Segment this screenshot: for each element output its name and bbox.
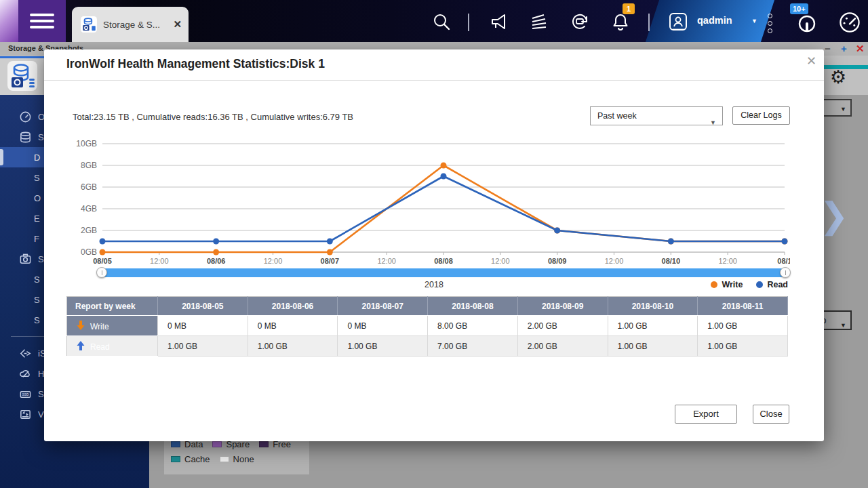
sidebar-item-label: S: [34, 173, 40, 183]
dashboard-gauge-icon[interactable]: [797, 14, 817, 34]
table-cell: 1.00 GB: [608, 336, 698, 357]
chart-legend-write: Write: [711, 280, 743, 289]
export-button[interactable]: Export: [675, 405, 737, 424]
divider: [44, 80, 824, 81]
window-close-button[interactable]: ✕: [856, 43, 865, 55]
svg-text:08/07: 08/07: [321, 257, 340, 265]
period-dropdown-value: Past week: [597, 111, 637, 121]
legend-series-label: Read: [767, 280, 788, 289]
user-avatar-icon[interactable]: [668, 12, 688, 32]
svg-text:12:00: 12:00: [605, 257, 624, 265]
user-caret-icon[interactable]: ▼: [751, 18, 757, 24]
screen: ⚙ ▼ ❯ up▼ OvStDSOEFSnSSSiSHySSDSSVJ Data…: [0, 0, 868, 488]
svg-text:2GB: 2GB: [81, 226, 97, 235]
window-minimize-button[interactable]: −: [825, 43, 831, 54]
line-chart: 0GB2GB4GB6GB8GB10GB08/0512:0008/0612:000…: [64, 136, 790, 268]
period-dropdown[interactable]: Past week ▼: [590, 106, 723, 125]
table-cell: 2.00 GB: [517, 336, 608, 357]
table-date-header: 2018-08-07: [338, 297, 428, 316]
window-maximize-button[interactable]: +: [841, 43, 847, 54]
background-tasks-icon[interactable]: [529, 12, 549, 32]
legend-item-none: None: [220, 454, 254, 464]
tab-label: Storage & S...: [103, 20, 167, 30]
announcement-icon[interactable]: [490, 12, 510, 32]
hamburger-icon: [30, 10, 54, 32]
svg-text:08/08: 08/08: [434, 257, 453, 265]
table-date-header: 2018-08-05: [158, 297, 248, 316]
table-cell: 2.00 GB: [517, 316, 608, 336]
main-menu-button[interactable]: [18, 0, 66, 42]
table-cell: 1.00 GB: [698, 316, 788, 336]
close-button[interactable]: Close: [753, 405, 789, 424]
tab-close-icon[interactable]: ✕: [173, 18, 182, 30]
chevron-down-icon: ▼: [710, 114, 716, 131]
dialog-close-icon[interactable]: ✕: [806, 54, 816, 68]
svg-text:8GB: 8GB: [81, 161, 97, 170]
more-options-icon[interactable]: [765, 11, 774, 36]
svg-text:12:00: 12:00: [264, 257, 283, 265]
table-cell: 7.00 GB: [428, 336, 518, 357]
topbar-separator: [468, 14, 469, 31]
legend-dot-icon: [756, 281, 763, 288]
svg-text:12:00: 12:00: [718, 257, 737, 265]
settings-gear-icon[interactable]: ⚙: [830, 66, 846, 88]
table-cell: 1.00 GB: [248, 336, 338, 357]
table-cell: 8.00 GB: [428, 316, 518, 336]
svg-text:12:00: 12:00: [150, 257, 169, 265]
topbar: Storage & S... ✕ 1 qadmin ▼ 10+: [0, 0, 868, 42]
data-point-write: [100, 249, 106, 256]
svg-text:08/1: 08/1: [777, 257, 790, 265]
snapshot-icon: [19, 253, 32, 266]
notifications-bell-icon[interactable]: [610, 12, 631, 32]
data-point-read: [327, 239, 333, 245]
svg-text:0GB: 0GB: [81, 247, 97, 257]
slider-handle-right[interactable]: [780, 267, 791, 278]
svg-text:08/05: 08/05: [93, 257, 112, 265]
gauge-icon: [19, 110, 32, 123]
chart-svg: 0GB2GB4GB6GB8GB10GB08/0512:0008/0612:000…: [64, 136, 790, 268]
statistics-table: Report by week2018-08-052018-08-062018-0…: [66, 296, 788, 357]
resource-monitor-icon[interactable]: [838, 11, 861, 34]
row-label: Write: [90, 322, 109, 331]
user-name[interactable]: qadmin: [697, 15, 732, 26]
table-date-header: 2018-08-08: [428, 297, 518, 316]
dashboard-badge: 10+: [790, 3, 808, 14]
table-cell: 0 MB: [338, 316, 428, 336]
chevron-down-icon: ▼: [840, 106, 846, 113]
storage-app-icon-large: [6, 60, 39, 92]
clear-logs-button[interactable]: Clear Logs: [732, 106, 790, 125]
table-date-header: 2018-08-09: [517, 297, 608, 316]
chevron-down-icon: ▼: [840, 317, 846, 334]
sidebar-item-label: S: [34, 315, 40, 325]
svg-text:6GB: 6GB: [81, 182, 97, 192]
row-header-write: Write: [67, 316, 158, 336]
data-point-read: [100, 239, 106, 245]
totals-summary: Total:23.15 TB , Cumulative reads:16.36 …: [73, 112, 353, 122]
ssd-icon: SSD: [19, 388, 32, 401]
external-device-sync-icon[interactable]: [570, 12, 590, 32]
cloud-icon: [19, 367, 32, 380]
legend-swatch: [259, 441, 269, 447]
legend-swatch: [171, 441, 180, 447]
legend-dot-icon: [711, 281, 717, 288]
legend-label: None: [233, 454, 254, 464]
data-point-read: [441, 174, 447, 180]
table-cell: 1.00 GB: [608, 316, 698, 336]
slider-handle-left[interactable]: [96, 267, 107, 278]
vjbod-icon: [19, 408, 32, 421]
row-label: Read: [90, 342, 110, 352]
data-point-read: [554, 228, 560, 234]
time-range-slider[interactable]: [99, 268, 788, 277]
chart-legend-read: Read: [756, 280, 788, 289]
svg-text:08/09: 08/09: [548, 257, 567, 265]
data-point-read: [668, 239, 674, 245]
svg-text:12:00: 12:00: [491, 257, 510, 265]
ironwolf-statistics-dialog: IronWolf Health Management Statistics:Di…: [44, 49, 824, 441]
sidebar-item-label: F: [34, 234, 39, 244]
legend-swatch: [171, 456, 180, 462]
tab-storage-snapshots[interactable]: Storage & S... ✕: [72, 7, 189, 42]
legend-series-label: Write: [722, 280, 743, 289]
table-date-header: 2018-08-06: [248, 297, 338, 316]
notifications-badge: 1: [623, 3, 635, 14]
search-icon[interactable]: [431, 12, 452, 32]
